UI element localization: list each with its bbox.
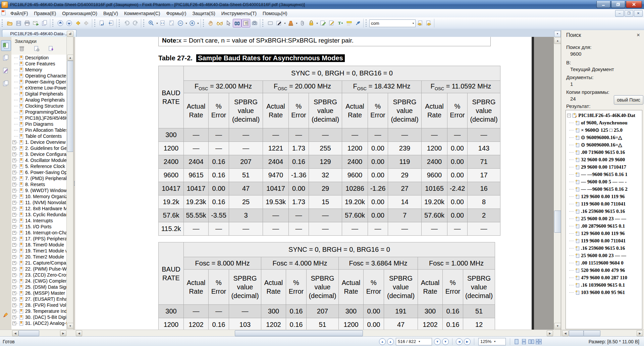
menu-item[interactable]: Инструменты(T) — [218, 10, 260, 17]
zoom-combo-dropdown[interactable]: ▾ — [494, 340, 495, 343]
bookmarks-scroll-up-icon[interactable]: ▲ — [67, 55, 73, 61]
zoom-tool-dropdown[interactable]: ▾ — [156, 22, 159, 25]
search-result-item[interactable]: 25 9600 0.00 23 — — — [566, 252, 642, 259]
export-bookmark-icon[interactable] — [48, 46, 54, 53]
search-result-root[interactable]: PIC18LF26-45-46K40-Dat — [566, 112, 642, 119]
menu-item[interactable]: Комментарии(C) — [121, 10, 163, 17]
search-combobox[interactable]: com ▾ — [369, 19, 416, 27]
text-select-button[interactable]: T — [241, 19, 250, 27]
bookmark-item[interactable]: 7. (PMD) Peripheral Mo — [11, 175, 66, 181]
bookmark-item[interactable]: 12. 8x8 Hardware Mult — [11, 206, 66, 212]
doc-scroll-down-icon[interactable]: ▼ — [554, 323, 561, 329]
bookmark-item[interactable]: 14. Interrupts — [11, 218, 66, 224]
expand-plus-icon[interactable] — [12, 279, 16, 283]
bookmark-item[interactable]: 23. (ZCD) Zero-Cross D — [11, 272, 66, 278]
bookmark-item[interactable]: 28. (FVR) Fixed Voltag — [11, 302, 66, 308]
bookmark-item[interactable]: 18. Timer0 Module — [11, 242, 66, 248]
search-result-item[interactable]: × 9600⊙ 125 □ 25.0 — [566, 126, 642, 134]
doc-scroll-up-icon[interactable]: ▲ — [554, 38, 561, 44]
expand-plus-icon[interactable] — [12, 303, 16, 307]
search-result-item[interactable]: 520 9600 0.00 479 96 — [566, 267, 642, 274]
expand-plus-icon[interactable] — [12, 177, 16, 180]
email-button[interactable] — [32, 19, 40, 27]
zoom-in-button[interactable] — [188, 19, 197, 27]
expand-plus-icon[interactable] — [12, 243, 16, 247]
expand-plus-icon[interactable] — [12, 201, 16, 205]
bookmark-item[interactable]: 31. (ADC2) Analog-to- — [11, 320, 66, 326]
doc-minimize-button[interactable]: – — [615, 10, 624, 17]
minimize-button[interactable] — [596, 1, 610, 8]
bm-hscrollbar-thumb[interactable] — [18, 330, 39, 336]
bookmark-item[interactable]: Table of Contents — [11, 133, 66, 139]
menu-item[interactable]: Файл(F) — [7, 10, 31, 17]
open-file-button[interactable] — [5, 19, 14, 27]
panel-scroll-right-icon[interactable]: ▶ — [637, 330, 643, 336]
status-next-page-button[interactable]: ▼ — [434, 338, 441, 345]
zoom-tool-button[interactable] — [147, 19, 156, 27]
expand-plus-icon[interactable] — [12, 213, 16, 217]
doc-hscrollbar-thumb[interactable] — [235, 330, 363, 336]
previous-view-button[interactable]: ◀ — [456, 338, 463, 345]
search-result-item[interactable]: — —9600 9615 0.16 1 — [566, 171, 642, 178]
expand-plus-icon[interactable] — [12, 297, 16, 301]
expand-plus-icon[interactable] — [12, 140, 16, 144]
doc-scrollbar-thumb[interactable] — [554, 211, 561, 233]
signature-dropdown[interactable]: ▾ — [283, 22, 286, 25]
expand-plus-icon[interactable] — [12, 207, 16, 211]
search-result-item[interactable]: 32 9600 0.00 29 9600 — [566, 156, 642, 163]
bookmark-item[interactable]: 2. Guidelines for Gettin — [11, 145, 66, 151]
expand-plus-icon[interactable] — [12, 147, 16, 150]
expand-plus-icon[interactable] — [12, 273, 16, 277]
layout-facing-button[interactable] — [528, 339, 534, 345]
search-result-item[interactable]: 29 9600 0.00 1710417 — [566, 163, 642, 171]
panel-menu-dropdown[interactable]: ▾ — [554, 31, 561, 37]
bookmark-item[interactable]: 24. (CWG) Complemen — [11, 278, 66, 284]
bookmark-item[interactable]: eXtreme Low-Power (X — [11, 85, 66, 91]
expand-plus-icon[interactable] — [12, 231, 16, 235]
expand-plus-icon[interactable] — [12, 219, 16, 223]
encrypt-dropdown[interactable]: ▾ — [316, 22, 319, 25]
search-button[interactable] — [233, 19, 241, 27]
link-rect-button[interactable] — [266, 19, 275, 27]
bm-scroll-left-icon[interactable]: ◀ — [12, 330, 18, 336]
bookmark-item[interactable]: Clocking Structure — [11, 103, 66, 109]
highlighter-tool-icon[interactable] — [1, 310, 10, 320]
search-result-item[interactable]: 25 9600 0.00 23 — — — [566, 215, 642, 222]
search-result-item[interactable]: ⊙ 960096000.16=△ — [566, 134, 642, 141]
encrypt-button[interactable] — [307, 19, 316, 27]
search-result-item[interactable]: .00 2879600 9615 0.1 — [566, 222, 642, 230]
reading-mode-button[interactable] — [215, 19, 224, 27]
snapshot-button[interactable] — [250, 19, 259, 27]
bookmark-item[interactable]: 13. Cyclic Redundancy — [11, 212, 66, 218]
bookmark-item[interactable]: Operating Characteristi — [11, 73, 66, 79]
search-result-item[interactable]: .00 719600 9615 0.16 — [566, 149, 642, 156]
bookmark-item[interactable]: Description — [11, 55, 66, 61]
search-panel-close-icon[interactable]: ✕ — [635, 32, 641, 38]
search-result-item[interactable]: .16 259600 9615 0.16 — [566, 208, 642, 215]
doc-scroll-left-icon[interactable]: ◀ — [76, 330, 82, 336]
save-button[interactable] — [14, 19, 23, 27]
new-search-button[interactable]: овый Поис — [614, 95, 643, 105]
hand-tool-button[interactable] — [207, 19, 215, 27]
bookmark-item[interactable]: 3. Device Configuratio — [11, 151, 66, 157]
status-last-page-button[interactable]: ▼ — [442, 338, 449, 345]
bookmark-item[interactable]: Programming/Debug Fe — [11, 109, 66, 115]
expand-plus-icon[interactable] — [12, 189, 16, 192]
expand-plus-icon[interactable] — [12, 322, 16, 325]
pages-panel-icon[interactable] — [1, 53, 10, 63]
page-number-combo[interactable]: 516 / 822 ▾ — [396, 338, 432, 345]
search-result-item[interactable]: — —9600 9615 0.16 2 — [566, 185, 642, 193]
expand-plus-icon[interactable] — [12, 291, 16, 295]
go-forward-button[interactable] — [82, 19, 91, 27]
bookmark-item[interactable]: 5. Reference Clock Ou — [11, 163, 66, 169]
layout-continuous-facing-button[interactable] — [536, 339, 542, 345]
status-first-page-button[interactable]: ▲ — [379, 338, 386, 345]
collapse-panel-button[interactable]: ◂‖ — [67, 31, 73, 37]
signature-panel-icon[interactable] — [1, 66, 10, 76]
search-result-item[interactable]: 103 9600 0.00 95 961 — [566, 289, 642, 296]
bookmark-item[interactable]: 9. (WWDT) Windowed — [11, 187, 66, 193]
bookmarks-panel-icon[interactable] — [1, 40, 11, 51]
search-combobox-dropdown[interactable]: ▾ — [413, 22, 414, 25]
bookmark-item[interactable]: Memory — [11, 67, 66, 73]
bookmark-item[interactable]: 6. Power-Saving Opera — [11, 169, 66, 175]
